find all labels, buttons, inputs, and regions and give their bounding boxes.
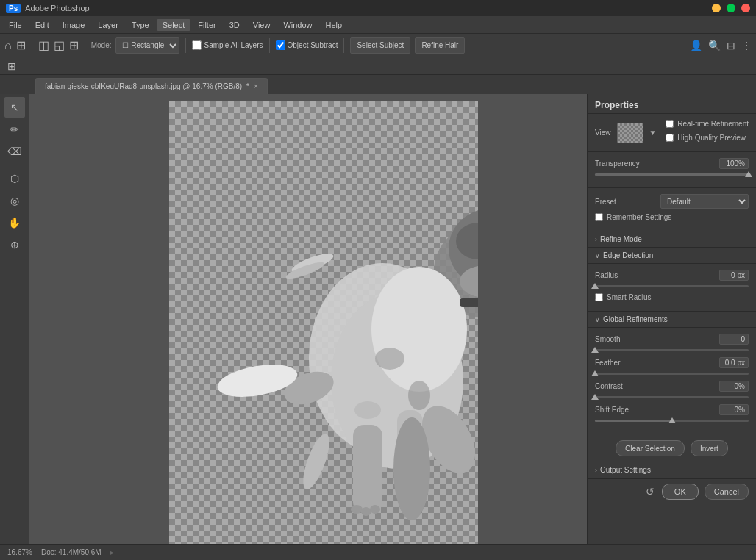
status-bar: 16.67% Doc: 41.4M/50.6M ▸: [0, 544, 756, 560]
contrast-label: Contrast: [595, 382, 623, 390]
svg-point-18: [375, 348, 404, 370]
svg-rect-17: [460, 298, 478, 307]
refine-hair-button[interactable]: Refine Hair: [415, 37, 465, 54]
global-refinements-header[interactable]: ∨ Global Refinements: [588, 312, 756, 328]
contrast-slider-thumb[interactable]: [591, 394, 599, 400]
maximize-button[interactable]: [727, 4, 735, 12]
radius-slider-container: [595, 285, 749, 287]
svg-rect-9: [353, 425, 382, 513]
zoom-tool[interactable]: ⊕: [4, 234, 25, 255]
edge-detection-label: Edge Detection: [603, 251, 653, 259]
menu-select[interactable]: Select: [157, 19, 191, 31]
smart-radius-row: Smart Radius: [595, 293, 749, 301]
transparency-section: Transparency 100%: [588, 152, 756, 188]
global-refinements-section: Smooth 0 Feather 0.0 px: [588, 328, 756, 434]
multi-doc-icon[interactable]: ⊞: [69, 38, 79, 52]
home-icon[interactable]: ⌂: [4, 39, 12, 52]
hand-tool[interactable]: ✋: [4, 212, 25, 233]
high-quality-preview-row: High Quality Preview: [666, 134, 749, 142]
menu-file[interactable]: File: [3, 19, 28, 31]
real-time-refinement-checkbox[interactable]: [666, 120, 674, 128]
lasso-tool[interactable]: ⬡: [4, 168, 25, 189]
menu-edit[interactable]: Edit: [29, 19, 55, 31]
invert-button[interactable]: Invert: [691, 440, 728, 456]
view-dropdown-arrow[interactable]: ▼: [649, 129, 657, 137]
reset-icon[interactable]: ↺: [644, 484, 656, 499]
remember-settings-checkbox[interactable]: [595, 213, 603, 221]
select-subject-button[interactable]: Select Subject: [350, 37, 410, 54]
ok-button[interactable]: OK: [662, 484, 699, 500]
smooth-value: 0: [719, 334, 749, 345]
transparency-slider-thumb[interactable]: [745, 171, 752, 177]
menu-view[interactable]: View: [247, 19, 277, 31]
smooth-label: Smooth: [595, 335, 620, 343]
smooth-slider-thumb[interactable]: [591, 347, 599, 353]
sample-all-layers-label: Sample All Layers: [204, 41, 263, 49]
edge-detection-header[interactable]: ∨ Edge Detection: [588, 248, 756, 264]
shift-edge-value: 0%: [719, 404, 749, 415]
shift-edge-slider-thumb[interactable]: [668, 417, 676, 423]
cancel-button[interactable]: Cancel: [705, 484, 749, 500]
menu-filter[interactable]: Filter: [192, 19, 221, 31]
svg-point-21: [298, 431, 335, 492]
smart-radius-label: Smart Radius: [607, 293, 652, 301]
mode-select[interactable]: ☐ Rectangle: [115, 37, 179, 54]
title-bar: Ps Adobe Photoshop: [0, 0, 756, 16]
view-thumbnail[interactable]: [617, 123, 643, 143]
layout-icon[interactable]: ⊟: [727, 40, 735, 51]
erase-tool[interactable]: ⌫: [4, 141, 25, 162]
view-label: View: [595, 129, 611, 137]
clear-selection-button[interactable]: Clear Selection: [616, 440, 685, 456]
object-subtract-check[interactable]: Object Subtract: [276, 40, 338, 50]
svg-point-19: [408, 381, 430, 410]
status-indicator: ▸: [110, 548, 114, 556]
global-refinements-arrow: ∨: [595, 316, 600, 323]
minimize-button[interactable]: [712, 4, 721, 12]
menu-help[interactable]: Help: [320, 19, 349, 31]
object-subtract-checkbox[interactable]: [276, 40, 285, 50]
document-tab[interactable]: fabian-gieske-cbIKeuURaq8-unsplash.jpg @…: [35, 78, 268, 94]
nav-icons-bar: ⊞: [0, 57, 756, 75]
menu-bar: File Edit Image Layer Type Select Filter…: [0, 16, 756, 34]
close-tab-icon[interactable]: ×: [254, 82, 258, 90]
menu-3d[interactable]: 3D: [224, 19, 246, 31]
sample-all-layers-checkbox[interactable]: [192, 40, 202, 50]
selection-tool[interactable]: ↖: [4, 97, 25, 118]
remember-settings-row: Remember Settings: [595, 213, 749, 221]
app-title: Adobe Photoshop: [25, 4, 89, 12]
svg-point-22: [351, 505, 363, 514]
search-icon[interactable]: 🔍: [708, 40, 721, 51]
transparency-label: Transparency: [595, 159, 640, 168]
menu-window[interactable]: Window: [277, 19, 318, 31]
transparency-value: 100%: [719, 158, 749, 169]
object-subtract-label: Object Subtract: [288, 41, 338, 49]
tool-options-icon[interactable]: ⊞: [16, 38, 26, 52]
brush-tool[interactable]: ✏: [4, 119, 25, 140]
smart-radius-checkbox[interactable]: [595, 293, 603, 301]
refine-mode-section[interactable]: › Refine Mode: [588, 231, 756, 248]
global-refinements-label: Global Refinements: [603, 315, 668, 323]
output-settings-arrow: ›: [595, 467, 597, 474]
output-settings-section[interactable]: › Output Settings: [588, 462, 756, 478]
tab-filename: fabian-gieske-cbIKeuURaq8-unsplash.jpg @…: [45, 82, 242, 90]
radius-slider-thumb[interactable]: [591, 283, 599, 289]
more-icon[interactable]: ⋮: [741, 40, 752, 51]
history-icon[interactable]: ◫: [38, 38, 49, 52]
menu-layer[interactable]: Layer: [92, 19, 124, 31]
speech-tool[interactable]: ◎: [4, 190, 25, 211]
preset-select[interactable]: Default: [660, 194, 749, 209]
canvas-container: [169, 101, 478, 544]
document-icon[interactable]: ◱: [54, 38, 65, 52]
collapse-left-icon[interactable]: ⊞: [4, 59, 19, 73]
account-icon[interactable]: 👤: [690, 40, 702, 51]
sample-all-layers-check[interactable]: Sample All Layers: [192, 40, 263, 50]
mode-label: Mode:: [91, 41, 112, 49]
menu-type[interactable]: Type: [126, 19, 155, 31]
svg-point-24: [370, 505, 380, 514]
close-button[interactable]: [741, 4, 750, 12]
high-quality-preview-checkbox[interactable]: [666, 134, 674, 142]
feather-slider-thumb[interactable]: [591, 370, 599, 376]
zoom-level: 16.67%: [7, 548, 32, 556]
action-buttons-row: Clear Selection Invert: [588, 434, 756, 462]
menu-image[interactable]: Image: [57, 19, 91, 31]
